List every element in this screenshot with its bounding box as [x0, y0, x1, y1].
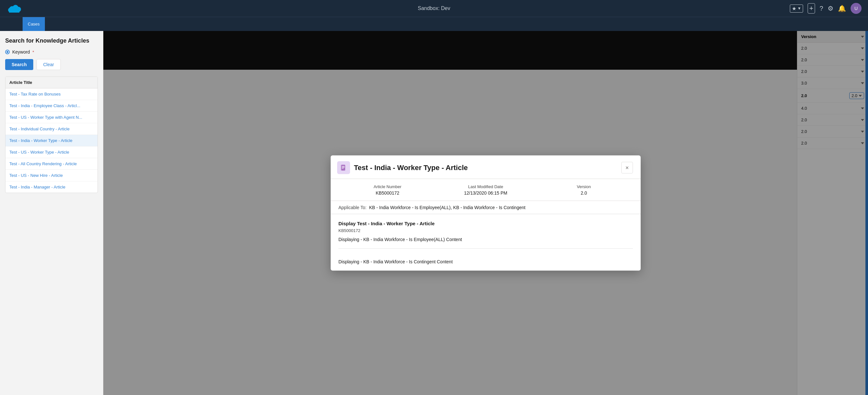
modal-title-row: Test - India - Worker Type - Article — [337, 161, 468, 174]
list-item[interactable]: Test - India - Manager - Article — [5, 182, 97, 193]
list-item[interactable]: Test - Individual Country - Article — [5, 123, 97, 135]
keyword-label: Keyword — [12, 50, 30, 55]
list-item[interactable]: Test - Tax Rate on Bonuses — [5, 89, 97, 100]
list-item[interactable]: Test - US - Worker Type - Article — [5, 146, 97, 158]
svg-rect-4 — [9, 9, 20, 12]
content-block-2: Displaying - KB - India Workforce - Is C… — [338, 249, 633, 271]
article-link[interactable]: Test - India - Worker Type - Article — [9, 138, 72, 143]
last-modified-label: Last Modified Date — [437, 184, 535, 189]
version-label: Version — [535, 184, 633, 189]
article-link[interactable]: Test - US - New Hire - Article — [9, 173, 63, 178]
version-col: Version 2.0 — [535, 184, 633, 196]
top-bar-left — [6, 3, 22, 14]
keyword-row: Keyword * — [5, 50, 98, 55]
modal-article-icon — [337, 161, 350, 174]
last-modified-value: 12/13/2020 06:15 PM — [437, 190, 535, 196]
modal-body: Display Test - India - Worker Type - Art… — [331, 214, 641, 271]
article-list: Article Title Test - Tax Rate on Bonuses… — [5, 76, 98, 193]
last-modified-col: Last Modified Date 12/13/2020 06:15 PM — [437, 184, 535, 196]
article-link[interactable]: Test - India - Manager - Article — [9, 185, 65, 190]
nav-bar: Cases — [0, 17, 868, 31]
article-number-value: KB5000172 — [338, 190, 437, 196]
search-button[interactable]: Search — [5, 59, 33, 70]
modal-dialog: Test - India - Worker Type - Article × A… — [331, 156, 641, 271]
list-item[interactable]: Test - US - New Hire - Article — [5, 170, 97, 182]
article-number-col: Article Number KB5000172 — [338, 184, 437, 196]
applicable-value: KB - India Workforce - Is Employee(ALL),… — [369, 205, 525, 210]
content-body-2: Displaying - KB - India Workforce - Is C… — [338, 259, 633, 264]
content-block-1: Display Test - India - Worker Type - Art… — [338, 214, 633, 249]
article-link[interactable]: Test - US - Worker Type with Agent N... — [9, 115, 82, 120]
radio-dot-inner — [6, 51, 8, 53]
top-bar-right: ★ ▼ + ? ⚙ 🔔 U — [790, 3, 862, 14]
favorites-icon[interactable]: ★ ▼ — [790, 4, 803, 12]
list-item[interactable]: Test - India - Employee Class - Articl..… — [5, 100, 97, 112]
main-content: Version 2.0 2.0 2.0 3.0 2.0 — [103, 31, 868, 395]
content-heading-1: Display Test - India - Worker Type - Art… — [338, 221, 633, 226]
clear-button[interactable]: Clear — [36, 59, 61, 70]
article-number-label: Article Number — [338, 184, 437, 189]
gear-icon[interactable]: ⚙ — [828, 4, 833, 12]
keyword-radio[interactable] — [5, 50, 10, 54]
modal-applicable: Applicable To: KB - India Workforce - Is… — [331, 201, 641, 214]
article-link[interactable]: Test - Tax Rate on Bonuses — [9, 92, 61, 97]
modal-header: Test - India - Worker Type - Article × — [331, 156, 641, 179]
sidebar-title: Search for Knowledge Articles — [5, 37, 98, 44]
article-link[interactable]: Test - All Country Rendering - Article — [9, 161, 77, 166]
nav-tab-active[interactable]: Cases — [23, 17, 45, 31]
main-layout: Search for Knowledge Articles Keyword * … — [0, 31, 868, 395]
top-bar: Sandbox: Dev ★ ▼ + ? ⚙ 🔔 U — [0, 0, 868, 17]
applicable-label: Applicable To: — [338, 205, 367, 210]
article-link[interactable]: Test - India - Employee Class - Articl..… — [9, 103, 81, 108]
book-icon — [340, 164, 347, 172]
modal-close-button[interactable]: × — [621, 162, 633, 174]
list-item[interactable]: Test - US - Worker Type with Agent N... — [5, 112, 97, 123]
help-icon[interactable]: ? — [819, 5, 823, 12]
content-body-1: Displaying - KB - India Workforce - Is E… — [338, 237, 633, 242]
add-icon[interactable]: + — [808, 3, 815, 13]
article-link[interactable]: Test - US - Worker Type - Article — [9, 150, 69, 155]
required-star: * — [32, 50, 34, 55]
modal-meta: Article Number KB5000172 Last Modified D… — [331, 179, 641, 201]
salesforce-logo — [6, 3, 22, 14]
svg-rect-6 — [341, 165, 345, 171]
content-subheading-1: KB5000172 — [338, 228, 633, 233]
sidebar: Search for Knowledge Articles Keyword * … — [0, 31, 103, 395]
user-avatar[interactable]: U — [850, 3, 862, 14]
version-value: 2.0 — [535, 190, 633, 196]
sidebar-buttons: Search Clear — [5, 59, 98, 70]
bell-icon[interactable]: 🔔 — [838, 4, 846, 12]
list-item[interactable]: Test - India - Worker Type - Article — [5, 135, 97, 146]
article-list-header: Article Title — [5, 77, 97, 89]
list-item[interactable]: Test - All Country Rendering - Article — [5, 158, 97, 170]
sandbox-title: Sandbox: Dev — [418, 5, 451, 11]
modal-title: Test - India - Worker Type - Article — [354, 164, 468, 172]
article-link[interactable]: Test - Individual Country - Article — [9, 127, 69, 131]
